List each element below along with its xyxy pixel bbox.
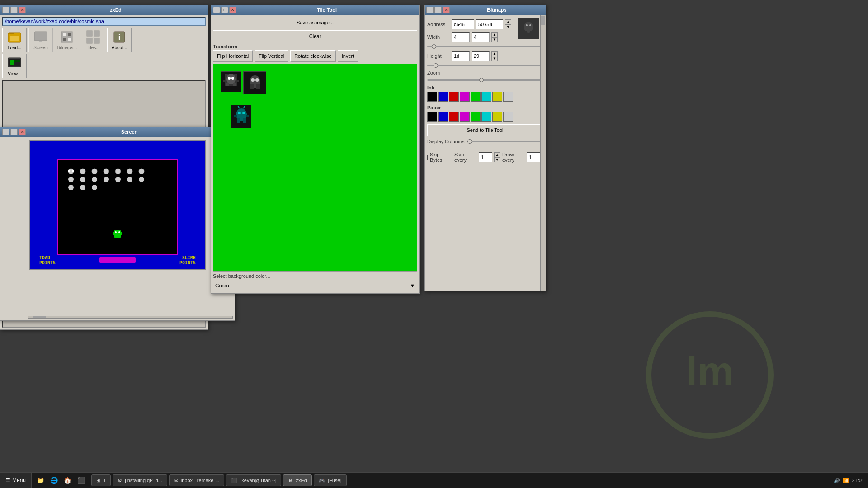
zxed-titlebar[interactable]: _ □ ✕ zxEd <box>0 5 208 15</box>
width-dec-input[interactable] <box>472 32 490 42</box>
view-button[interactable]: View... <box>2 54 27 78</box>
home-icon[interactable]: 🏠 <box>61 474 73 486</box>
zxed-close-btn[interactable]: ✕ <box>19 7 26 13</box>
address-up-btn[interactable]: ▲ <box>505 19 511 24</box>
zoom-slider-thumb[interactable] <box>479 78 484 82</box>
menu-button[interactable]: ☰ Menu <box>0 473 32 488</box>
horizontal-scrollbar[interactable] <box>28 316 233 319</box>
bitmaps-minimize-btn[interactable]: _ <box>426 7 434 13</box>
paper-magenta[interactable] <box>460 112 470 122</box>
paper-white[interactable] <box>503 112 513 122</box>
screen-close-btn[interactable]: ✕ <box>19 129 26 135</box>
bitmaps-maximize-btn[interactable]: □ <box>434 7 442 13</box>
display-columns-slider[interactable] <box>467 141 543 142</box>
zoom-slider[interactable] <box>427 79 543 81</box>
bitmaps-controls[interactable]: _ □ ✕ <box>426 7 450 13</box>
tile-maximize-btn[interactable]: □ <box>221 7 228 13</box>
zxed-window-controls[interactable]: _ □ ✕ <box>2 7 26 13</box>
path-input[interactable] <box>2 17 206 26</box>
height-dec-input[interactable] <box>472 51 490 61</box>
clear-btn[interactable]: Clear <box>213 30 417 42</box>
paper-red[interactable] <box>449 112 459 122</box>
send-to-tile-tool-btn[interactable]: Send to Tile Tool <box>427 124 543 136</box>
invert-btn[interactable]: Invert <box>338 50 359 62</box>
task-zxed[interactable]: 🖥 zxEd <box>283 474 311 486</box>
height-down-btn[interactable]: ▼ <box>491 56 498 61</box>
paper-black[interactable] <box>427 112 437 122</box>
browser-icon[interactable]: 🌐 <box>48 474 60 486</box>
width-slider-thumb[interactable] <box>432 44 436 49</box>
screen-maximize-btn[interactable]: □ <box>10 129 18 135</box>
width-up-btn[interactable]: ▲ <box>491 32 498 37</box>
network-icon[interactable]: 📶 <box>843 478 849 483</box>
screen-titlebar[interactable]: _ □ ✕ Screen <box>0 127 235 137</box>
load-button[interactable]: Load... <box>2 28 27 52</box>
about-button[interactable]: i About... <box>107 28 132 52</box>
bitmaps-scrollbar[interactable] <box>540 15 546 291</box>
paper-cyan[interactable] <box>481 112 491 122</box>
task-install[interactable]: ⚙ [installing qt4 d... <box>113 474 167 486</box>
volume-icon[interactable]: 🔊 <box>834 478 840 483</box>
transform-buttons: Flip Horizontal Flip Vertical Rotate clo… <box>213 50 417 62</box>
bitmaps-close-btn[interactable]: ✕ <box>443 7 450 13</box>
tile-minimize-btn[interactable]: _ <box>213 7 220 13</box>
tile-controls[interactable]: _ □ ✕ <box>213 7 236 13</box>
ink-green[interactable] <box>471 92 481 102</box>
bg-color-dropdown[interactable]: Green ▼ <box>213 280 417 291</box>
height-slider-thumb[interactable] <box>434 63 438 68</box>
flip-vertical-btn[interactable]: Flip Vertical <box>255 50 288 62</box>
tile-close-btn[interactable]: ✕ <box>229 7 236 13</box>
files-icon[interactable]: 📁 <box>34 474 46 486</box>
ink-red[interactable] <box>449 92 459 102</box>
width-hex-input[interactable] <box>452 32 470 42</box>
ink-black[interactable] <box>427 92 437 102</box>
address-down-btn[interactable]: ▼ <box>505 24 511 29</box>
ink-blue[interactable] <box>438 92 448 102</box>
skip-bytes-checkbox[interactable] <box>427 155 428 160</box>
ink-magenta[interactable] <box>460 92 470 102</box>
tiles-button[interactable]: Tiles... <box>81 28 105 52</box>
tile-titlebar[interactable]: _ □ ✕ Tile Tool <box>211 5 419 15</box>
screen-controls[interactable]: _ □ ✕ <box>2 129 26 135</box>
ink-yellow[interactable] <box>492 92 502 102</box>
paper-yellow[interactable] <box>492 112 502 122</box>
toad-score-label: TOADPOINTS <box>39 255 56 265</box>
skip-every-input[interactable] <box>479 152 492 162</box>
width-down-btn[interactable]: ▼ <box>491 37 498 42</box>
task-fuse[interactable]: 🎮 [Fuse] <box>314 474 347 486</box>
skip-up-btn[interactable]: ▲ <box>494 152 500 157</box>
task-terminal[interactable]: ⬛ [kevan@Titan ~] <box>226 474 281 486</box>
zxed-minimize-btn[interactable]: _ <box>2 7 9 13</box>
paper-blue[interactable] <box>438 112 448 122</box>
tile-canvas[interactable] <box>213 64 417 272</box>
skip-down-btn[interactable]: ▼ <box>494 157 500 162</box>
draw-every-input[interactable] <box>527 152 540 162</box>
height-up-btn[interactable]: ▲ <box>491 51 498 56</box>
address-dec-input[interactable] <box>476 19 503 29</box>
address-hex-input[interactable] <box>452 19 474 29</box>
sprite-3[interactable] <box>231 105 251 130</box>
width-slider[interactable] <box>427 46 543 47</box>
bitmaps-button[interactable]: Bitmaps... <box>55 28 79 52</box>
width-spinner: ▲ ▼ <box>491 32 498 42</box>
save-as-image-btn[interactable]: Save as image... <box>213 17 417 28</box>
bitmaps-scrollbar-thumb[interactable] <box>541 16 545 25</box>
ink-white[interactable] <box>503 92 513 102</box>
zxed-maximize-btn[interactable]: □ <box>10 7 18 13</box>
task-inbox[interactable]: ✉ inbox - remake-... <box>169 474 225 486</box>
sprite-1[interactable] <box>221 71 241 91</box>
display-columns-thumb[interactable] <box>467 139 472 144</box>
sprite-2[interactable] <box>243 71 266 94</box>
terminal-icon[interactable]: ⬛ <box>75 474 87 486</box>
scrollbar-thumb[interactable] <box>33 316 46 318</box>
height-slider[interactable] <box>427 65 543 66</box>
paper-green[interactable] <box>471 112 481 122</box>
screen-minimize-btn[interactable]: _ <box>2 129 9 135</box>
ink-cyan[interactable] <box>481 92 491 102</box>
rotate-cw-btn[interactable]: Rotate clockwise <box>290 50 336 62</box>
screen-button[interactable]: Screen <box>28 28 53 52</box>
height-hex-input[interactable] <box>452 51 470 61</box>
flip-horizontal-btn[interactable]: Flip Horizontal <box>213 50 253 62</box>
task-status[interactable]: ⊞ 1 <box>91 474 111 486</box>
bitmaps-titlebar[interactable]: _ □ ✕ Bitmaps <box>425 5 546 15</box>
